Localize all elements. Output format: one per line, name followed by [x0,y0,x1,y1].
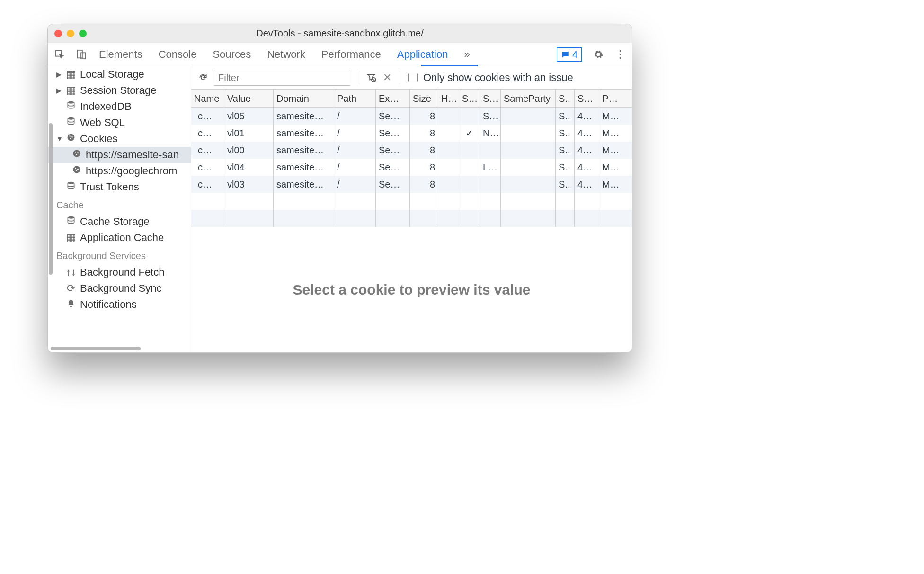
cell-name: c… [191,142,224,159]
svg-point-17 [68,182,74,184]
tab-sources[interactable]: Sources [213,45,251,64]
cell-priority: M… [599,159,622,176]
cell-scheme: S.. [556,159,575,176]
cell-value: vl04 [224,159,274,176]
cell-domain: samesite… [274,176,334,193]
col-sourceport[interactable]: S… [575,90,599,107]
sidebar-item-cookie-origin-googlechrome[interactable]: https://googlechrom [48,163,191,179]
col-priority[interactable]: P… [599,90,622,107]
col-expires[interactable]: Ex… [376,90,410,107]
cookie-icon [71,149,82,161]
cell-name: c… [191,125,224,142]
cell-domain: samesite… [274,108,334,125]
cookie-icon [71,165,82,177]
inspect-element-icon[interactable] [54,49,65,60]
tab-performance[interactable]: Performance [321,45,381,64]
svg-point-5 [68,134,75,141]
main-panel: ✕ Only show cookies with an issue Name V… [191,66,632,352]
more-icon[interactable]: ⋮ [615,49,625,60]
device-toggle-icon[interactable] [76,49,87,60]
titlebar: DevTools - samesite-sandbox.glitch.me/ [48,24,632,43]
sidebar-item-label: Notifications [80,298,137,311]
cell-samesite: N… [480,125,501,142]
sidebar-item-cookie-origin-samesite[interactable]: https://samesite-san [48,147,191,163]
tab-application[interactable]: Application [397,45,448,64]
cell-samesite [480,176,501,193]
refresh-icon[interactable] [198,72,208,83]
only-issues-checkbox[interactable] [408,73,418,82]
filter-input[interactable] [214,70,350,86]
sidebar-item-websql[interactable]: Web SQL [48,115,191,131]
table-row[interactable]: c…vl04samesite…/Se…8L…S..4…M… [191,159,632,176]
sidebar-item-label: Session Storage [80,84,156,97]
table-header-row: Name Value Domain Path Ex… Size H… S… S…… [191,90,632,108]
col-path[interactable]: Path [334,90,376,107]
col-value[interactable]: Value [224,90,274,107]
table-row[interactable]: c…vl01samesite…/Se…8✓N…S..4…M… [191,125,632,142]
table-row[interactable]: c…vl00samesite…/Se…8S..4…M… [191,142,632,159]
issues-icon [561,50,569,59]
close-icon[interactable]: ✕ [382,72,392,83]
tab-network[interactable]: Network [267,45,305,64]
only-issues-label: Only show cookies with an issue [423,72,573,84]
col-sameparty[interactable]: SameParty [501,90,556,107]
sidebar-scrollbar-vertical[interactable] [49,123,53,275]
bell-icon [66,298,76,311]
cell-sameparty [501,108,556,125]
sidebar-item-label: https://samesite-san [86,149,179,161]
expand-icon: ▶ [56,71,62,78]
settings-icon[interactable] [593,49,604,60]
grid-icon: ▦ [66,68,76,81]
sidebar-item-background-fetch[interactable]: ↑↓ Background Fetch [48,264,191,280]
svg-point-18 [68,216,74,219]
cell-httponly [438,125,459,142]
cell-scheme: S.. [556,125,575,142]
col-samesite[interactable]: S… [480,90,501,107]
sync-icon: ⟳ [66,282,76,295]
tab-elements[interactable]: Elements [99,45,142,64]
cell-size: 8 [410,125,438,142]
table-row[interactable]: c…vl05samesite…/Se…8S…S..4…M… [191,108,632,125]
cell-sameparty [501,125,556,142]
cell-expires: Se… [376,142,410,159]
collapse-icon: ▼ [56,135,62,143]
expand-icon: ▶ [56,87,62,94]
grid-icon: ▦ [66,232,76,244]
devtools-tabs: Elements Console Sources Network Perform… [99,45,545,64]
cell-expires: Se… [376,159,410,176]
sidebar-item-cache-storage[interactable]: Cache Storage [48,214,191,230]
sidebar-item-trust-tokens[interactable]: Trust Tokens [48,179,191,195]
sidebar-item-notifications[interactable]: Notifications [48,296,191,313]
sidebar-item-indexeddb[interactable]: IndexedDB [48,99,191,115]
cell-sameparty [501,142,556,159]
cell-domain: samesite… [274,142,334,159]
col-secure[interactable]: S… [459,90,480,107]
cell-name: c… [191,176,224,193]
cookies-toolbar: ✕ Only show cookies with an issue [191,66,632,90]
clear-filter-icon[interactable] [366,72,376,83]
sidebar-scrollbar-horizontal[interactable] [51,347,141,350]
database-icon [66,117,76,129]
database-icon [66,215,76,228]
sidebar-item-label: IndexedDB [80,100,132,113]
tabs-overflow[interactable]: » [464,45,470,64]
table-row[interactable]: c…vl03samesite…/Se…8S..4…M… [191,176,632,193]
tab-console[interactable]: Console [159,45,197,64]
cell-value: vl03 [224,176,274,193]
cookie-preview-placeholder: Select a cookie to preview its value [191,227,632,352]
cell-httponly [438,108,459,125]
col-httponly[interactable]: H… [438,90,459,107]
col-domain[interactable]: Domain [274,90,334,107]
sidebar-item-cookies[interactable]: ▼ Cookies [48,131,191,147]
sidebar-item-local-storage[interactable]: ▶ ▦ Local Storage [48,66,191,82]
col-scheme[interactable]: S.. [556,90,575,107]
cell-scheme: S.. [556,108,575,125]
col-name[interactable]: Name [191,90,224,107]
col-size[interactable]: Size [410,90,438,107]
sidebar-item-session-storage[interactable]: ▶ ▦ Session Storage [48,82,191,99]
issues-button[interactable]: 4 [557,47,582,62]
sidebar-item-background-sync[interactable]: ⟳ Background Sync [48,280,191,296]
sidebar-item-application-cache[interactable]: ▦ Application Cache [48,230,191,246]
cell-priority: M… [599,108,622,125]
cell-path: / [334,159,376,176]
